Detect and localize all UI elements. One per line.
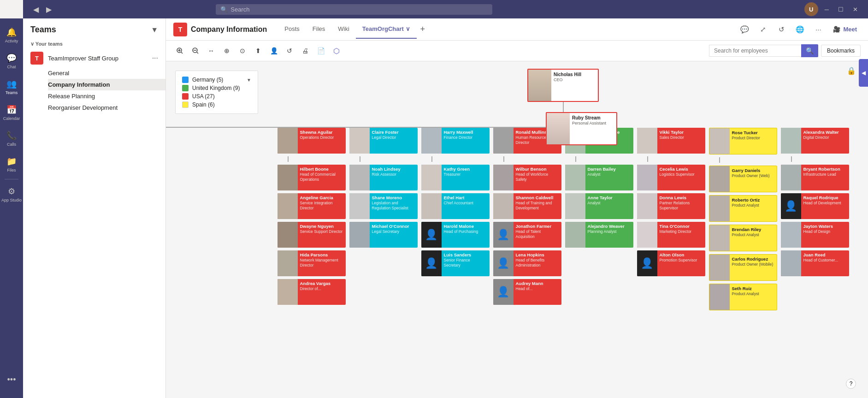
search-employees-button[interactable]: 🔍 [801, 44, 818, 57]
refresh-icon-btn[interactable]: ↺ [774, 22, 789, 37]
node-noah[interactable]: Noah Lindsey Risk Assessor [349, 165, 418, 190]
tab-posts[interactable]: Posts [278, 20, 306, 39]
minimize-button[interactable]: ─ [822, 6, 832, 13]
channel-release-planning[interactable]: Release Planning [48, 90, 165, 102]
node-juan[interactable]: Juan Reed Head of Customer... [781, 250, 849, 276]
channel-company-info[interactable]: Company Information [48, 79, 165, 90]
sidebar-item-calendar[interactable]: 📅 Calendar [0, 100, 23, 125]
user-avatar[interactable]: U [804, 2, 818, 16]
export-button[interactable]: 📄 [314, 44, 327, 57]
your-teams-label[interactable]: ∨ Your teams [23, 39, 165, 49]
up-button[interactable]: ⬆ [252, 44, 265, 57]
person-button[interactable]: 👤 [267, 44, 280, 57]
node-jayton[interactable]: Jayton Waters Head of Design [781, 222, 849, 248]
vikki-photo [637, 128, 657, 154]
sidebar-item-calls[interactable]: 📞 Calls [0, 125, 23, 151]
orgchart-area[interactable]: ◀ [166, 41, 868, 398]
add-tab-button[interactable]: + [417, 24, 429, 34]
filter-icon[interactable]: ▼ [151, 26, 158, 34]
pa-node[interactable]: Ruby Stream Personal Assistant [546, 112, 617, 145]
bookmarks-button[interactable]: Bookmarks [821, 45, 861, 57]
legend-color-germany [182, 77, 189, 83]
fit-button[interactable]: ⊙ [236, 44, 249, 57]
tab-teamorgchart[interactable]: TeamOrgChart ∨ [356, 20, 417, 39]
node-audrey[interactable]: 👤 Audrey Mann Head of... [493, 279, 561, 305]
node-hida[interactable]: Hida Parsons Network Management Director [278, 250, 346, 276]
shane-info: Shane Moreno Legislation and Regulation … [370, 193, 418, 219]
node-hilbert[interactable]: Hilbert Boone Head of Commercial Operati… [278, 165, 346, 190]
print-button[interactable]: 🖨 [299, 44, 312, 57]
forward-button[interactable]: ▶ [43, 4, 54, 15]
channel-avatar: T [173, 23, 187, 36]
node-claire[interactable]: Claire Foster Legal Director [349, 128, 418, 154]
globe-icon-btn[interactable]: 🌐 [792, 22, 807, 37]
search-employees-input[interactable] [709, 45, 801, 57]
team-item-staff[interactable]: T TeamImprover Staff Group ··· [23, 49, 165, 67]
sidebar-item-more[interactable]: ••• [0, 367, 23, 392]
expand-icon-btn[interactable]: ⤢ [756, 22, 770, 37]
node-lena[interactable]: 👤 Lena Hopkins Head of Benefits Administ… [493, 250, 561, 276]
maximize-button[interactable]: ☐ [835, 6, 846, 13]
zoom-in-button[interactable] [173, 44, 186, 57]
node-shane[interactable]: Shane Moreno Legislation and Regulation … [349, 193, 418, 219]
channel-reorganiser[interactable]: Reorganiser Development [48, 102, 165, 113]
node-michael[interactable]: Michael O'Connor Legal Secretary [349, 222, 418, 248]
node-harold[interactable]: 👤 Harold Malone Head of Purchasing [421, 222, 490, 248]
ceo-node[interactable]: Nicholas Hill CEO [527, 69, 599, 102]
node-donna[interactable]: Donna Lewis Partner Relations Supervisor [637, 193, 705, 219]
node-angeline[interactable]: Angeline Garcia Service Integration Dire… [278, 193, 346, 219]
close-button[interactable]: ✕ [850, 6, 861, 13]
sidebar-item-teams[interactable]: 👥 Teams [0, 74, 23, 100]
teams-button[interactable]: ⬡ [330, 44, 343, 57]
node-garry[interactable]: Garry Daniels Product Owner (Web) [709, 166, 777, 192]
node-cecelia[interactable]: Cecelia Lewis Logistics Supervisor [637, 165, 705, 190]
tab-files[interactable]: Files [306, 20, 331, 39]
node-shannon[interactable]: Shannon Caldwell Head of Training and De… [493, 193, 561, 219]
meet-button[interactable]: 🎥 Meet [829, 24, 861, 35]
zoom-out-button[interactable] [189, 44, 202, 57]
team-more-icon[interactable]: ··· [152, 54, 158, 62]
more-icon-btn[interactable]: ··· [811, 22, 826, 37]
node-dwayne[interactable]: Dwayne Nguyen Service Support Director [278, 222, 346, 248]
node-alejandro[interactable]: Alejandro Weaver Planning Analyst [565, 222, 633, 248]
node-seth[interactable]: Seth Ruiz Product Analyst [709, 284, 777, 310]
node-vikki[interactable]: Vikki Taylor Sales Director [637, 128, 705, 154]
node-bryant[interactable]: Bryant Robertson Infrastructure Lead [781, 165, 849, 190]
sidebar-item-chat[interactable]: 💬 Chat [0, 48, 23, 74]
pan-button[interactable]: ↔ [205, 44, 218, 57]
channel-general[interactable]: General [48, 67, 165, 79]
back-button[interactable]: ◀ [30, 4, 41, 15]
node-anne[interactable]: Anne Taylor Analyst [565, 193, 633, 219]
sidebar-item-appstudio[interactable]: ⚙ App Studio [0, 181, 23, 207]
node-jonathon[interactable]: 👤 Jonathon Farmer Head of Talent Acquisi… [493, 222, 561, 248]
refresh-org-button[interactable]: ↺ [283, 44, 296, 57]
global-search-input[interactable] [230, 6, 488, 13]
node-raquel[interactable]: 👤 Raquel Rodrique Head of Development [781, 193, 849, 219]
node-rose[interactable]: Rose Tucker Product Director [709, 128, 777, 154]
node-luis[interactable]: 👤 Luis Sanders Senior Finance Secretary [421, 250, 490, 276]
sidebar-item-activity[interactable]: 🔔 Activity [0, 22, 23, 48]
chat-icon-btn[interactable]: 💬 [737, 22, 752, 37]
legend-arrow-germany[interactable]: ▼ [247, 77, 251, 83]
right-panel-toggle[interactable]: ◀ [859, 59, 868, 87]
node-wilbur[interactable]: Wilbur Benson Head of Workforce Safety [493, 165, 561, 190]
node-darren[interactable]: Darren Bailey Analyst [565, 165, 633, 190]
node-kathy[interactable]: Kathy Green Treasurer [421, 165, 490, 190]
help-icon[interactable]: ? [846, 379, 856, 389]
node-alton[interactable]: 👤 Alton Olson Promotion Supervisor [637, 250, 705, 276]
center-button[interactable]: ⊕ [220, 44, 233, 57]
node-alexandra[interactable]: Alexandra Walter Digital Director [781, 128, 849, 154]
tab-wiki[interactable]: Wiki [331, 20, 356, 39]
node-andrea[interactable]: Andrea Vargas Director of... [278, 279, 346, 305]
node-harry[interactable]: Harry Maxwell Finance Director [421, 128, 490, 154]
lock-icon[interactable]: 🔒 [847, 66, 856, 75]
node-brendan[interactable]: Brendan Riley Product Analyst [709, 225, 777, 251]
node-roberto[interactable]: Roberto Ortiz Product Analyst [709, 195, 777, 222]
wilbur-name: Wilbur Benson [516, 166, 559, 172]
noah-name: Noah Lindsey [372, 166, 415, 172]
node-carlos[interactable]: Carlos Rodriguez Product Owner (Mobile) [709, 254, 777, 281]
sidebar-item-files[interactable]: 📁 Files [0, 151, 23, 177]
node-ethel[interactable]: Ethel Hart Chief Accountant [421, 193, 490, 219]
node-shewna[interactable]: Shewna Aguilar Operations Director [278, 128, 346, 154]
node-tina[interactable]: Tina O'Connor Marketing Director [637, 222, 705, 248]
